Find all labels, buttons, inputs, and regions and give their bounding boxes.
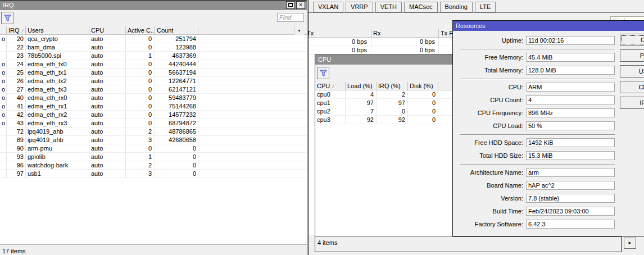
group-separator <box>460 49 615 50</box>
maximize-button[interactable] <box>286 1 295 9</box>
field-label: Version: <box>453 194 523 203</box>
resource-field-row: Build Time: Feb/24/2023 09:03:00 <box>453 207 644 216</box>
interface-tab[interactable]: VETH <box>375 2 402 12</box>
field-label: CPU: <box>453 83 523 92</box>
field-value: 11d 00:02:16 <box>526 36 615 45</box>
interface-tab[interactable]: Bonding <box>440 2 473 12</box>
resources-fields: Uptime: 11d 00:02:16 Free Memory: 45.4 M… <box>453 31 644 233</box>
column-header-active-cpu[interactable]: Active C... <box>126 26 155 34</box>
group-separator <box>460 134 615 135</box>
tab-strip-divider <box>309 12 644 13</box>
scroll-right-arrow-icon[interactable]: ► <box>624 238 636 249</box>
field-value: 896 MHz <box>526 108 615 117</box>
cpu-status-bar: 4 items <box>315 236 621 252</box>
column-header-irq[interactable]: IRQ∕ <box>7 26 26 34</box>
column-header-irq[interactable]: IRQ (%) <box>377 82 408 90</box>
resources-side-button[interactable]: CPU <box>620 81 644 93</box>
irq-row[interactable]: o 41 edma_eth_rx1 auto 0 75144268 <box>0 102 307 111</box>
irq-row[interactable]: o 24 edma_eth_tx0 auto 0 44240444 <box>0 60 307 69</box>
irq-row[interactable]: 23 78b5000.spi auto 1 4637369 <box>0 52 307 60</box>
field-value: 128.0 MiB <box>526 66 615 75</box>
resource-field-row: CPU Count: 4 <box>453 95 644 104</box>
irq-row[interactable]: 96 watchdog-bark auto 2 0 <box>0 161 307 170</box>
cpu-filter-button[interactable] <box>317 67 329 79</box>
field-label: Board Name: <box>453 181 523 190</box>
interface-tab[interactable]: LTE <box>475 2 496 12</box>
column-header-cpu[interactable]: CPU <box>89 26 126 34</box>
irq-row[interactable]: o 20 qca_crypto auto 0 251794 <box>0 35 307 43</box>
irq-row[interactable]: o 27 edma_eth_tx3 auto 0 62147121 <box>0 85 307 94</box>
field-label: CPU Load: <box>453 121 523 130</box>
irq-row[interactable]: o 43 edma_eth_rx3 auto 0 68794872 <box>0 119 307 128</box>
close-icon: × <box>299 1 302 8</box>
field-value: 6.42.3 <box>526 220 615 229</box>
resource-field-row: Total HDD Size: 15.3 MiB <box>453 151 644 160</box>
column-header-cpu[interactable]: CPU∕ <box>315 82 346 90</box>
resources-side-button[interactable]: OK <box>620 34 644 46</box>
irq-window-titlebar[interactable]: IRQ × <box>0 1 307 10</box>
column-header-count[interactable]: Count <box>155 26 198 34</box>
irq-status-bar: 17 items <box>0 245 307 255</box>
close-button[interactable]: × <box>296 1 305 9</box>
resources-buttons: OK PCI USB CPU IRQ <box>620 34 644 112</box>
irq-row[interactable]: o 26 edma_eth_tx2 auto 0 12264771 <box>0 77 307 85</box>
irq-window: IRQ × IRQ∕ Users CPU Active C... Count ▼… <box>0 0 307 255</box>
resources-side-button[interactable]: USB <box>620 65 644 78</box>
field-value: hAP ac^2 <box>526 181 615 190</box>
resources-side-button[interactable]: PCI <box>620 49 644 62</box>
resource-field-row: Board Name: hAP ac^2 <box>453 181 644 190</box>
column-menu-dropdown[interactable]: ▼ <box>294 27 304 35</box>
resource-field-row: Architecture Name: arm <box>453 168 644 177</box>
resources-side-button[interactable]: IRQ <box>620 97 644 109</box>
field-value: 1492 KiB <box>526 138 615 147</box>
column-header-rx[interactable]: Rx <box>371 29 439 37</box>
field-label: Build Time: <box>453 207 523 216</box>
column-header-users[interactable]: Users <box>26 26 89 34</box>
interface-tab[interactable]: VXLAN <box>313 2 343 12</box>
irq-row[interactable]: 22 bam_dma auto 0 123988 <box>0 43 307 52</box>
column-header-flags[interactable] <box>0 26 7 34</box>
irq-window-title: IRQ <box>3 2 14 8</box>
irq-row[interactable]: 93 gpiolib auto 1 0 <box>0 153 307 161</box>
group-separator <box>460 79 615 80</box>
resource-field-row: Free Memory: 45.4 MiB <box>453 53 644 62</box>
field-label: Total HDD Size: <box>453 151 523 160</box>
resources-window-titlebar[interactable]: Resources <box>453 21 644 31</box>
resource-field-row: CPU: ARM <box>453 83 644 92</box>
interface-tab[interactable]: VRRP <box>346 2 373 12</box>
irq-row[interactable]: o 40 edma_eth_rx0 auto 0 59483779 <box>0 94 307 102</box>
column-header-disk[interactable]: Disk (%) <box>408 82 438 90</box>
field-value: 4 <box>526 95 615 104</box>
irq-row[interactable]: 72 ipq4019_ahb auto 2 48786865 <box>0 128 307 136</box>
resources-window: Resources Uptime: 11d 00:02:16 Free Memo… <box>452 20 644 236</box>
maximize-icon <box>288 3 293 7</box>
field-label: Free Memory: <box>453 53 523 62</box>
irq-row[interactable]: o 25 edma_eth_tx1 auto 0 56637194 <box>0 69 307 77</box>
interface-tab-bar: VXLAN VRRP VETH MACsec Bonding LTE <box>313 2 496 12</box>
irq-table-body: o 20 qca_crypto auto 0 251794 22 bam_dma… <box>0 35 307 245</box>
field-label: Architecture Name: <box>453 168 523 177</box>
field-label: Free HDD Space: <box>453 138 523 147</box>
field-value: 50 % <box>526 121 615 130</box>
field-label: Uptime: <box>453 36 523 45</box>
irq-table-header: IRQ∕ Users CPU Active C... Count <box>0 26 307 35</box>
filter-funnel-icon <box>4 15 11 22</box>
sort-ascending-icon: ∕ <box>333 84 334 89</box>
irq-row[interactable]: 97 usb1 auto 3 0 <box>0 170 307 178</box>
resources-window-title: Resources <box>456 22 486 29</box>
column-header-load[interactable]: Load (%) <box>346 82 377 90</box>
irq-row[interactable]: 89 ipq4019_ahb auto 3 42680658 <box>0 136 307 144</box>
resource-field-row: Version: 7.8 (stable) <box>453 194 644 203</box>
filter-funnel-icon <box>320 70 327 77</box>
column-header-tx[interactable]: Tx <box>309 29 371 37</box>
irq-filter-button[interactable] <box>1 12 13 24</box>
resource-field-row: Uptime: 11d 00:02:16 <box>453 36 644 45</box>
field-value: 15.3 MiB <box>526 151 615 160</box>
irq-row[interactable]: o 42 edma_eth_rx2 auto 0 14577232 <box>0 111 307 119</box>
irq-find-input[interactable] <box>277 13 304 22</box>
interface-tab[interactable]: MACsec <box>404 2 438 12</box>
field-value: ARM <box>526 83 615 92</box>
resource-field-row: Total Memory: 128.0 MiB <box>453 66 644 75</box>
irq-row[interactable]: 90 arm-pmu auto 0 0 <box>0 144 307 153</box>
resource-field-row: CPU Frequency: 896 MHz <box>453 108 644 117</box>
